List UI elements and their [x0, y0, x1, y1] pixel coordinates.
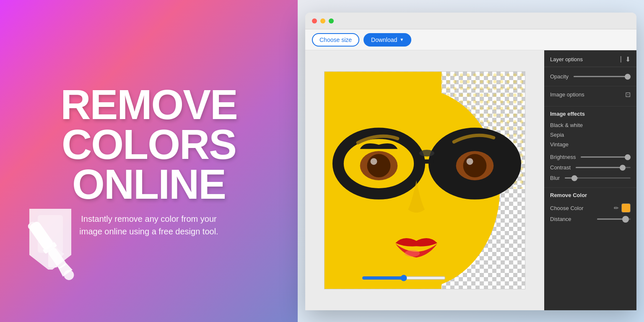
right-panel: Layer options | ⬇ Opacity [544, 50, 636, 310]
image-options-label: Image options [550, 91, 584, 98]
contrast-slider [576, 167, 631, 168]
download-button[interactable]: Download ▼ [364, 33, 411, 47]
content-area: Layer options | ⬇ Opacity [305, 50, 636, 310]
sepia-effect[interactable]: Sepia [550, 130, 631, 140]
color-controls: ✏ [614, 203, 631, 213]
brightness-slider [581, 156, 631, 158]
remove-color-label: Remove Color [550, 192, 631, 198]
opacity-thumb[interactable] [625, 74, 631, 80]
svg-point-26 [405, 250, 420, 257]
panel-divider-icon: | [620, 55, 622, 63]
blur-slider [565, 177, 631, 179]
blur-thumb[interactable] [571, 175, 577, 181]
opacity-label: Opacity [550, 73, 569, 80]
promo-subtitle: Instantly remove any color from your ima… [78, 213, 220, 238]
download-arrow-icon: ▼ [400, 37, 404, 42]
contrast-row: Contrast [550, 162, 631, 173]
window-maximize-dot [329, 18, 334, 23]
distance-label: Distance [550, 216, 571, 222]
black-white-effect[interactable]: Black & white [550, 120, 631, 130]
brightness-row: Brightness [550, 152, 631, 162]
layer-options-title: Layer options [550, 56, 583, 62]
contrast-thumb[interactable] [620, 165, 626, 171]
distance-slider-track [597, 218, 631, 220]
face-illustration [325, 72, 525, 289]
distance-row: Distance [550, 214, 631, 224]
crop-icon[interactable]: ⊡ [625, 91, 631, 99]
svg-point-25 [467, 158, 473, 165]
canvas-slider[interactable] [362, 275, 488, 283]
brightness-label: Brightness [550, 154, 576, 160]
blur-label: Blur [550, 175, 560, 181]
svg-point-22 [371, 158, 377, 165]
canvas-area [305, 50, 544, 310]
window-minimize-dot [320, 18, 325, 23]
svg-point-27 [419, 150, 434, 156]
toolbar: Choose size Download ▼ [305, 29, 636, 50]
app-window: Choose size Download ▼ [305, 13, 636, 310]
brightness-thumb[interactable] [625, 154, 631, 160]
svg-point-24 [463, 154, 487, 177]
panel-download-icon[interactable]: ⬇ [625, 55, 631, 63]
opacity-section: Opacity [544, 67, 636, 86]
eyedropper-decoration [21, 213, 84, 288]
canvas-container [324, 71, 525, 289]
choose-size-button[interactable]: Choose size [312, 33, 359, 47]
app-section: Choose size Download ▼ [298, 0, 644, 322]
image-options-header: Image options ⊡ [550, 91, 631, 99]
color-swatch[interactable] [621, 203, 631, 213]
opacity-slider-track [574, 76, 631, 77]
image-effects-label: Image effects [550, 111, 631, 117]
window-close-dot [312, 18, 317, 23]
blur-row: Blur [550, 173, 631, 183]
contrast-label: Contrast [550, 164, 571, 171]
panel-header: Layer options | ⬇ [544, 50, 636, 67]
title-bar [305, 13, 636, 29]
promo-title: REMOVE COLORS ONLINE [60, 85, 237, 204]
promo-section: REMOVE COLORS ONLINE Instantly remove an… [0, 0, 298, 322]
canvas-image [324, 71, 525, 289]
pencil-icon[interactable]: ✏ [614, 205, 619, 211]
svg-point-21 [367, 154, 391, 177]
choose-color-label: Choose Color [550, 205, 584, 211]
opacity-row: Opacity [550, 71, 631, 82]
download-label: Download [371, 36, 397, 43]
main-container: REMOVE COLORS ONLINE Instantly remove an… [0, 0, 644, 322]
vintage-effect[interactable]: Vintage [550, 140, 631, 149]
remove-color-section: Remove Color Choose Color ✏ Distance [544, 188, 636, 228]
panel-header-icons: | ⬇ [620, 55, 631, 63]
distance-thumb[interactable] [622, 216, 629, 223]
zoom-slider[interactable] [362, 275, 446, 281]
image-effects-section: Image effects Black & white Sepia Vintag… [544, 106, 636, 188]
image-options-section: Image options ⊡ [544, 86, 636, 106]
choose-color-row: Choose Color ✏ [550, 202, 631, 214]
